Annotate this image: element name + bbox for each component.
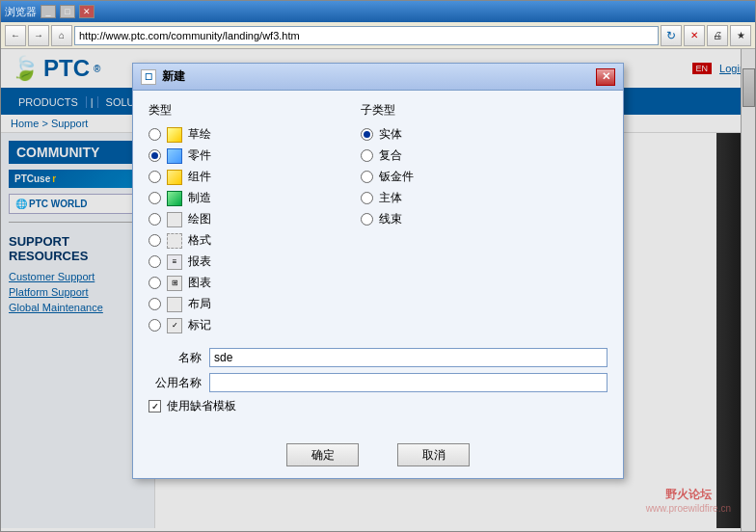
url-text: http://www.ptc.com/community/landing/wf3… [79,30,300,41]
name-row: 名称 [148,348,608,367]
solid-radio[interactable] [361,128,373,141]
dialog-overlay: ☐ 新建 ✕ 类型 [1,49,755,531]
sheetmetal-radio[interactable] [361,171,373,183]
composite-radio[interactable] [361,149,373,162]
layout-radio[interactable] [148,298,161,310]
maximize-button[interactable]: □ [60,5,75,18]
default-template-label: 使用缺省模板 [167,398,236,414]
dialog-icon-text: ☐ [145,72,152,82]
close-button[interactable]: ✕ [79,5,94,18]
title-text: 浏览器 [5,5,37,19]
subtype-sheetmetal[interactable]: 钣金件 [361,169,608,185]
type-drawing[interactable]: 绘图 [148,211,341,227]
drawing-label: 绘图 [188,211,211,227]
content-area: 🍃 PTC ® EN Login PRODUCTS | SOLUTIONS Ho… [1,49,755,531]
dialog-title-bar: ☐ 新建 ✕ [133,64,623,91]
report-label: 报表 [188,253,211,270]
browser-frame: 浏览器 _ □ ✕ ← → ⌂ http://www.ptc.com/commu… [0,0,756,532]
dialog-icon: ☐ [141,69,156,85]
diagram-radio[interactable] [148,277,161,289]
dialog-footer: 确定 取消 [133,436,623,478]
back-button[interactable]: ← [5,25,26,46]
report-icon: ≡ [167,254,182,270]
markup-icon: ✓ [167,318,182,333]
sketch-icon [167,127,182,143]
part-radio[interactable] [148,149,161,162]
assembly-label: 组件 [188,169,211,185]
name-label: 名称 [148,350,202,366]
part-label: 零件 [188,147,211,164]
drawing-radio[interactable] [148,213,161,226]
title-bar: 浏览器 _ □ ✕ [1,1,755,22]
format-label: 格式 [188,232,211,249]
bookmark-button[interactable]: ★ [730,25,751,46]
dialog-close-button[interactable]: ✕ [596,68,615,86]
format-radio[interactable] [148,234,161,247]
type-layout[interactable]: 布局 [148,296,341,312]
form-section: 名称 公用名称 [148,348,608,392]
part-icon [167,148,182,164]
close-icon: ✕ [602,70,610,83]
format-icon [167,233,182,249]
harness-label: 线束 [379,211,402,227]
stop-button[interactable]: ✕ [684,25,705,46]
diagram-icon: ⊞ [167,276,182,291]
sheetmetal-label: 钣金件 [379,169,414,185]
type-format[interactable]: 格式 [148,232,341,249]
layout-label: 布局 [188,296,211,312]
type-markup[interactable]: ✓ 标记 [148,317,341,333]
sketch-radio[interactable] [148,128,161,141]
subtype-body[interactable]: 主体 [361,190,608,206]
subtype-header: 子类型 [361,102,608,119]
harness-radio[interactable] [361,213,373,226]
home-button[interactable]: ⌂ [51,25,72,46]
assembly-radio[interactable] [148,171,161,183]
watermark-line1: 野火论坛 [646,487,731,503]
subtypes-column: 子类型 实体 复合 钣金件 [361,102,608,338]
type-assembly[interactable]: 组件 [148,169,341,185]
forward-button[interactable]: → [28,25,49,46]
default-template-row[interactable]: ✓ 使用缺省模板 [148,398,608,414]
body-radio[interactable] [361,192,373,204]
watermark-line2: www.proewildfire.cn [646,503,731,514]
ok-button[interactable]: 确定 [286,443,359,466]
dialog-title-text: 新建 [162,68,590,85]
markup-label: 标记 [188,317,211,333]
default-template-checkbox[interactable]: ✓ [148,400,161,412]
diagram-label: 图表 [188,275,211,291]
common-name-row: 公用名称 [148,373,608,392]
subtype-harness[interactable]: 线束 [361,211,608,227]
layout-icon [167,297,182,312]
markup-radio[interactable] [148,319,161,332]
cancel-button[interactable]: 取消 [397,443,470,466]
mfg-radio[interactable] [148,192,161,204]
composite-label: 复合 [379,147,402,164]
new-dialog: ☐ 新建 ✕ 类型 [132,63,624,479]
checkbox-check-icon: ✓ [151,402,159,412]
mfg-icon [167,191,182,206]
assembly-icon [167,170,182,185]
dialog-columns: 类型 草绘 零件 [148,102,608,338]
type-diagram[interactable]: ⊞ 图表 [148,275,341,291]
common-name-input[interactable] [209,373,608,392]
type-sketch[interactable]: 草绘 [148,126,341,143]
watermark: 野火论坛 www.proewildfire.cn [646,487,731,514]
sketch-label: 草绘 [188,126,211,143]
name-input[interactable] [209,348,608,367]
body-label: 主体 [379,190,402,206]
subtype-solid[interactable]: 实体 [361,126,608,143]
type-mfg[interactable]: 制造 [148,190,341,206]
type-header: 类型 [148,102,341,119]
subtype-composite[interactable]: 复合 [361,147,608,164]
type-part[interactable]: 零件 [148,147,341,164]
minimize-button[interactable]: _ [40,5,56,18]
mfg-label: 制造 [188,190,211,206]
dialog-body: 类型 草绘 零件 [133,91,623,436]
print-button[interactable]: 🖨 [707,25,728,46]
toolbar: ← → ⌂ http://www.ptc.com/community/landi… [1,22,755,49]
report-radio[interactable] [148,255,161,268]
refresh-icon[interactable]: ↻ [661,25,682,46]
drawing-icon [167,212,182,227]
address-bar[interactable]: http://www.ptc.com/community/landing/wf3… [74,26,659,45]
type-report[interactable]: ≡ 报表 [148,253,341,270]
